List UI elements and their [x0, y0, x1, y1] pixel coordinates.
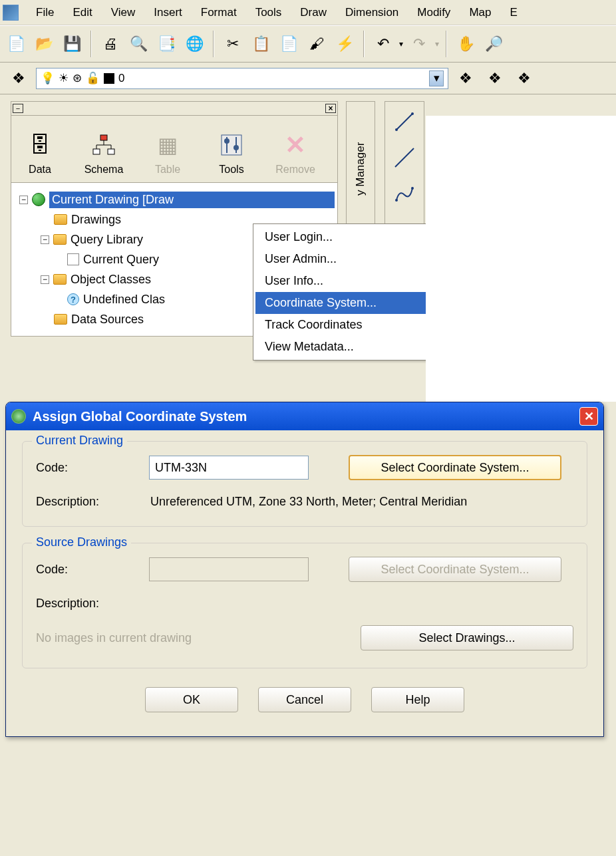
publish-icon[interactable]: 🌐 [182, 32, 206, 56]
select-coordinate-system-button[interactable]: Select Coordinate System... [349, 455, 561, 480]
dialog-icon [11, 409, 26, 424]
undo-icon[interactable]: ↶ [371, 32, 395, 56]
menu-view-metadata[interactable]: View Metadata... [255, 336, 451, 358]
open-icon[interactable]: 📂 [32, 32, 56, 56]
folder-icon [54, 214, 67, 225]
group-legend: Source Drawings [32, 535, 131, 549]
schema-label: Schema [84, 164, 124, 176]
globe-icon [32, 193, 45, 206]
folder-icon [54, 314, 67, 325]
cancel-button[interactable]: Cancel [258, 687, 351, 712]
undo-dropdown-icon[interactable]: ▾ [399, 39, 403, 49]
svg-rect-5 [93, 149, 100, 154]
copy-icon[interactable]: 📋 [249, 32, 273, 56]
schema-button[interactable]: Schema [79, 130, 128, 176]
cut-icon[interactable]: ✂ [221, 32, 245, 56]
menu-edit[interactable]: Edit [63, 3, 101, 22]
description-label: Description: [36, 495, 136, 509]
description-label: Description: [36, 597, 136, 611]
menu-draw[interactable]: Draw [291, 3, 336, 22]
data-button[interactable]: 🗄 Data [15, 130, 65, 176]
collapse-icon[interactable]: − [41, 275, 49, 284]
panel-toolbar: 🗄 Data Schema ▦ Table Tools ✕ [11, 116, 338, 183]
menu-insert[interactable]: Insert [144, 3, 192, 22]
folder-icon [53, 234, 67, 245]
menu-dimension[interactable]: Dimension [336, 3, 408, 22]
redo-icon[interactable]: ↷ [407, 32, 431, 56]
dialog-button-row: OK Cancel Help [22, 684, 587, 720]
assign-coordinate-system-dialog: Assign Global Coordinate System ✕ Curren… [5, 402, 604, 737]
tree-root-row[interactable]: − Current Drawing [Draw [14, 190, 335, 210]
standard-toolbar: 📄 📂 💾 🖨 🔍 📑 🌐 ✂ 📋 📄 🖌 ⚡ ↶ ▾ ↷ ▾ ✋ 🔎 [0, 25, 616, 63]
menu-user-admin[interactable]: User Admin... [255, 248, 451, 270]
help-button[interactable]: Help [371, 687, 464, 712]
menu-user-info[interactable]: User Info... [255, 270, 451, 292]
tools-label: Tools [219, 164, 243, 176]
pan-icon[interactable]: ✋ [454, 32, 478, 56]
code-input[interactable] [149, 456, 309, 480]
sun-icon: ☀ [59, 71, 69, 85]
chevron-down-icon[interactable]: ▾ [429, 71, 444, 86]
close-icon[interactable]: ✕ [579, 407, 598, 426]
drawing-canvas[interactable] [426, 116, 616, 402]
menu-file[interactable]: File [27, 3, 63, 22]
print-icon[interactable]: 🖨 [98, 32, 122, 56]
minimize-icon[interactable]: − [13, 104, 23, 113]
menu-tools[interactable]: Tools [246, 3, 291, 22]
bulb-on-icon: 💡 [41, 71, 55, 85]
freeze-icon: ⊛ [73, 71, 82, 85]
source-drawings-group: Source Drawings Code: Select Coordinate … [22, 543, 587, 668]
svg-rect-7 [222, 135, 241, 155]
layer-name: 0 [118, 72, 124, 85]
collapse-icon[interactable]: − [19, 196, 28, 204]
menu-track-coordinates[interactable]: Track Coordinates [255, 314, 451, 336]
layers-icon[interactable]: ❖ [7, 67, 31, 90]
paste-icon[interactable]: 📄 [277, 32, 301, 56]
table-label: Table [155, 164, 180, 176]
layer-combo[interactable]: 💡 ☀ ⊛ 🔓 0 ▾ [36, 68, 448, 89]
table-button: ▦ Table [143, 130, 192, 176]
display-manager-tab[interactable]: y Manager [346, 101, 375, 241]
context-menu: User Login... User Admin... User Info...… [253, 223, 454, 360]
menu-modify[interactable]: Modify [408, 3, 460, 22]
menu-extra[interactable]: E [500, 3, 526, 22]
remove-label: Remove [275, 164, 315, 176]
close-icon[interactable]: × [325, 104, 336, 113]
xline-icon[interactable] [391, 144, 418, 171]
source-code-input [149, 557, 309, 581]
apply-icon[interactable]: ⚡ [333, 32, 357, 56]
menubar: File Edit View Insert Format Tools Draw … [0, 0, 616, 25]
polyline-icon[interactable] [391, 180, 418, 207]
plot-icon[interactable]: 📑 [154, 32, 178, 56]
svg-point-13 [395, 128, 398, 131]
menu-coordinate-system[interactable]: Coordinate System... [255, 292, 451, 314]
collapse-icon[interactable]: − [41, 235, 49, 244]
layer-states-icon[interactable]: ❖ [483, 67, 507, 90]
separator [213, 31, 214, 57]
select-drawings-button[interactable]: Select Drawings... [361, 625, 573, 650]
preview-icon[interactable]: 🔍 [126, 32, 150, 56]
layer-prev-icon[interactable]: ❖ [454, 67, 478, 90]
dialog-title-text: Assign Global Coordinate System [33, 409, 247, 424]
ok-button[interactable]: OK [145, 687, 238, 712]
menu-format[interactable]: Format [192, 3, 246, 22]
dialog-titlebar: Assign Global Coordinate System ✕ [6, 402, 603, 430]
line-icon[interactable] [391, 108, 418, 135]
lock-icon: 🔓 [86, 71, 100, 85]
new-icon[interactable]: 📄 [4, 32, 28, 56]
menu-map[interactable]: Map [460, 3, 500, 22]
layer-manager-icon[interactable]: ❖ [512, 67, 536, 90]
svg-point-14 [411, 112, 414, 115]
remove-x-icon: ✕ [281, 130, 310, 160]
save-icon[interactable]: 💾 [60, 32, 84, 56]
tools-button[interactable]: Tools [207, 130, 256, 176]
app-icon [3, 5, 19, 21]
tree-item-label: Object Classes [71, 273, 151, 287]
menu-view[interactable]: View [102, 3, 145, 22]
redo-dropdown-icon[interactable]: ▾ [435, 39, 439, 49]
zoom-icon[interactable]: 🔎 [482, 32, 506, 56]
separator [90, 31, 92, 57]
match-icon[interactable]: 🖌 [305, 32, 329, 56]
database-icon: 🗄 [25, 130, 55, 160]
menu-user-login[interactable]: User Login... [255, 226, 451, 248]
